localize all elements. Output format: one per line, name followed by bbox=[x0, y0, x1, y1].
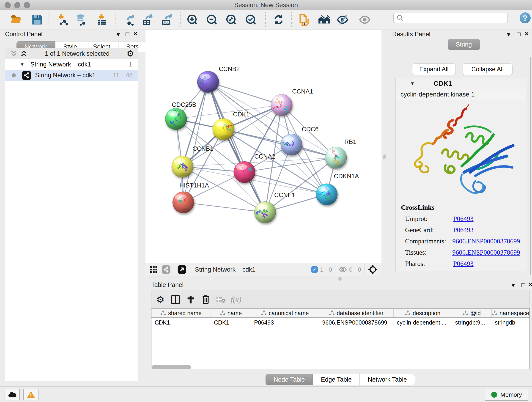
export-network-button[interactable] bbox=[125, 13, 138, 26]
zoom-out-button[interactable] bbox=[206, 13, 218, 26]
expand-all-chevron-icon[interactable] bbox=[10, 50, 18, 57]
crosslink-link[interactable]: P06493 bbox=[453, 260, 474, 268]
column-header-shared-name[interactable]: shared name bbox=[152, 309, 211, 317]
node-CDK1[interactable] bbox=[213, 119, 234, 140]
hidden-eye-icon[interactable] bbox=[339, 265, 347, 274]
search-input[interactable] bbox=[404, 14, 507, 22]
node-HIST1H1A[interactable] bbox=[172, 191, 194, 213]
collection-caret-icon[interactable]: ▼ bbox=[20, 62, 25, 67]
table-panel-menu-caret-icon[interactable]: ▼ bbox=[510, 282, 516, 289]
column-header-name[interactable]: name bbox=[211, 309, 251, 317]
cell-shared-name[interactable]: CDK1 bbox=[152, 318, 211, 327]
selected-checkbox-icon[interactable]: ✓ bbox=[311, 266, 318, 273]
network-view-canvas[interactable]: CCNB2CCNA1CDC25BCDK1CDC6RB1CCNB1CCNA2CDK… bbox=[146, 30, 381, 263]
zoom-in-button[interactable] bbox=[186, 13, 199, 26]
copy-documents-button[interactable] bbox=[297, 13, 310, 26]
node-CCNE1[interactable] bbox=[254, 201, 276, 223]
tab-edge-table[interactable]: Edge Table bbox=[313, 374, 360, 385]
network-options-gear-icon[interactable]: ⚙ bbox=[127, 49, 134, 58]
tab-string[interactable]: String bbox=[448, 39, 480, 50]
open-session-button[interactable] bbox=[10, 13, 22, 26]
collapse-all-button[interactable]: Collapse All bbox=[462, 64, 513, 75]
column-header-description[interactable]: description bbox=[394, 309, 452, 317]
node-label-CDKN1A: CDKN1A bbox=[334, 173, 359, 180]
zoom-selected-button[interactable] bbox=[244, 13, 257, 26]
results-panel-menu-caret-icon[interactable]: ▼ bbox=[506, 31, 511, 38]
column-header-id[interactable]: @id bbox=[452, 309, 492, 317]
save-session-button[interactable] bbox=[31, 13, 44, 26]
delete-column-trash-icon[interactable] bbox=[198, 292, 213, 307]
collapse-all-chevron-icon[interactable] bbox=[20, 50, 28, 57]
delete-table-icon[interactable] bbox=[213, 292, 228, 307]
crosshair-icon[interactable] bbox=[368, 264, 378, 274]
node-RB1[interactable] bbox=[325, 147, 347, 168]
tab-node-table[interactable]: Node Table bbox=[266, 374, 313, 385]
edge-CCNA2-CDKN1A[interactable] bbox=[244, 172, 327, 194]
node-CCNB1[interactable] bbox=[172, 156, 193, 177]
cell-database-identifier[interactable]: 9606.ENSP00000378699 bbox=[319, 318, 393, 327]
add-column-icon[interactable] bbox=[183, 292, 198, 307]
zoom-fit-button[interactable] bbox=[225, 13, 238, 26]
birdseye-view-icon[interactable] bbox=[177, 265, 186, 274]
vertical-splitter-handle[interactable] bbox=[383, 154, 386, 159]
cell-id[interactable]: stringdb:9... bbox=[452, 318, 492, 327]
cell-name[interactable]: CDK1 bbox=[211, 318, 251, 327]
edge-CDK1-RB1[interactable] bbox=[223, 129, 336, 158]
search-field[interactable] bbox=[393, 13, 508, 23]
cell-namespace[interactable]: stringdb bbox=[492, 318, 530, 327]
table-panel-close-icon[interactable]: × bbox=[528, 281, 532, 288]
tab-network-table[interactable]: Network Table bbox=[360, 374, 415, 385]
column-header-canonical-name[interactable]: canonical name bbox=[251, 309, 319, 317]
import-network-from-file-button[interactable] bbox=[56, 13, 69, 26]
control-panel-menu-caret-icon[interactable]: ▼ bbox=[115, 31, 121, 38]
network-collection-row[interactable]: ▼ String Network – cdk1 1 bbox=[5, 59, 138, 70]
column-header-namespace[interactable]: namespace bbox=[492, 309, 530, 317]
show-all-button[interactable] bbox=[358, 13, 371, 26]
edge-CCNB2-CCNB1[interactable] bbox=[182, 82, 208, 167]
help-button[interactable]: ? bbox=[520, 12, 531, 23]
node-CCNA1[interactable] bbox=[271, 94, 292, 116]
edge-HIST1H1A-CCNE1[interactable] bbox=[183, 202, 265, 212]
node-CDC6[interactable] bbox=[279, 134, 302, 155]
node-label-HIST1H1A: HIST1H1A bbox=[179, 182, 209, 189]
node-CCNA2[interactable] bbox=[234, 161, 255, 183]
network-row-selected[interactable]: String Network – cdk1 11 48 bbox=[5, 70, 138, 81]
table-horizontal-scrollbar[interactable] bbox=[152, 365, 191, 369]
node-result-header[interactable]: ▼ CDK1 bbox=[395, 78, 526, 89]
node-CCNB2[interactable] bbox=[196, 71, 219, 93]
expand-all-button[interactable]: Expand All bbox=[412, 64, 456, 75]
redraw-network-button[interactable] bbox=[272, 13, 285, 26]
hide-selected-button[interactable] bbox=[336, 13, 349, 26]
network-share-toggle-icon[interactable] bbox=[162, 265, 171, 274]
neighborhood-houses-button[interactable] bbox=[318, 13, 331, 26]
crosslink-link[interactable]: 9606.ENSP00000378699 bbox=[452, 249, 520, 256]
table-settings-gear-icon[interactable]: ⚙ bbox=[153, 292, 168, 307]
crosslink-link[interactable]: P06493 bbox=[453, 226, 474, 234]
node-result-caret-icon[interactable]: ▼ bbox=[410, 81, 415, 86]
crosslink-link[interactable]: 9606.ENSP00000378699 bbox=[452, 237, 520, 245]
import-table-button[interactable] bbox=[95, 13, 108, 26]
import-network-from-database-button[interactable] bbox=[75, 13, 88, 26]
control-panel-close-icon[interactable]: × bbox=[133, 30, 138, 37]
function-builder-icon[interactable]: f(x) bbox=[228, 292, 244, 307]
control-panel-float-icon[interactable]: □ bbox=[126, 31, 129, 38]
cell-description[interactable]: cyclin-dependent ... bbox=[394, 318, 452, 327]
horizontal-splitter-handle[interactable] bbox=[338, 277, 342, 281]
export-table-button[interactable] bbox=[142, 13, 155, 26]
edge-CCNB2-CCNA1[interactable] bbox=[208, 82, 282, 105]
protein-network-graph[interactable]: CCNB2CCNA1CDC25BCDK1CDC6RB1CCNB1CCNA2CDK… bbox=[146, 30, 381, 263]
memory-button[interactable]: Memory bbox=[485, 389, 528, 401]
cloud-button[interactable] bbox=[5, 389, 20, 400]
results-panel-float-icon[interactable]: □ bbox=[517, 31, 520, 38]
export-image-button[interactable] bbox=[161, 13, 174, 26]
column-header-database-identifier[interactable]: database identifier bbox=[319, 309, 393, 317]
warnings-button[interactable] bbox=[23, 389, 38, 400]
results-panel-close-icon[interactable]: × bbox=[525, 30, 529, 37]
crosslink-link[interactable]: P06493 bbox=[453, 215, 474, 223]
grid-view-icon[interactable] bbox=[150, 265, 158, 274]
edge-CCNB2-CCNE1[interactable] bbox=[208, 82, 265, 212]
cell-canonical-name[interactable]: P06493 bbox=[251, 318, 319, 327]
show-columns-icon[interactable] bbox=[168, 292, 183, 307]
table-row[interactable]: CDK1CDK1P064939606.ENSP00000378699cyclin… bbox=[152, 318, 530, 327]
table-panel-float-icon[interactable]: □ bbox=[521, 281, 525, 288]
